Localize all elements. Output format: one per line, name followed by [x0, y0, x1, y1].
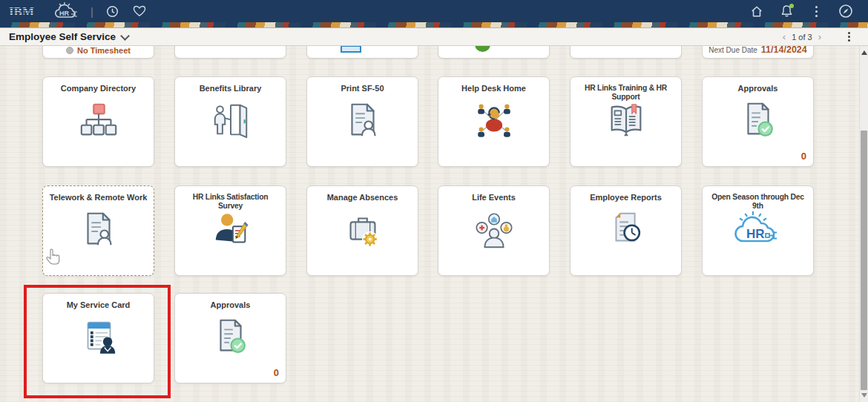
- tile-label: Benefits Library: [175, 77, 286, 93]
- svg-text:IBM: IBM: [9, 4, 34, 18]
- notification-dot: [789, 4, 794, 8]
- svg-text:HR: HR: [59, 10, 69, 17]
- page-indicator: 1 of 3: [792, 33, 812, 42]
- tile-label: Telework & Remote Work: [43, 186, 154, 202]
- open-book-icon: [571, 99, 681, 142]
- mouse-pointer-hand-icon: [46, 248, 60, 268]
- notifications-bell-icon[interactable]: [779, 4, 794, 19]
- navbar-compass-icon[interactable]: [838, 4, 853, 19]
- scrollbar-thumb[interactable]: [861, 131, 867, 390]
- tile-approvals-2[interactable]: Approvals 0: [174, 293, 286, 383]
- clipped-green-icon-fragment: [475, 46, 490, 52]
- report-clock-icon: [571, 208, 681, 251]
- divider: |: [91, 6, 93, 17]
- person-door-icon: [175, 99, 286, 142]
- tile-partial-4[interactable]: [438, 46, 550, 59]
- hr-links-logo: HR: [52, 4, 79, 19]
- tile-life-events[interactable]: Life Events: [438, 185, 550, 276]
- tile-approvals[interactable]: Approvals 0: [702, 76, 814, 167]
- tile-my-service-card[interactable]: My Service Card: [42, 293, 154, 383]
- tile-partial-3[interactable]: [306, 46, 418, 59]
- tile-label: Employee Reports: [571, 186, 681, 202]
- next-due-date-label: Next Due Date: [708, 46, 757, 54]
- tile-manage-absences[interactable]: Manage Absences: [306, 185, 418, 276]
- ibm-logo: IBM: [9, 4, 40, 19]
- header-kebab-icon[interactable]: [848, 36, 850, 38]
- life-events-person-icon: [438, 208, 549, 251]
- tile-benefits-library[interactable]: Benefits Library: [174, 76, 286, 167]
- tile-label: Approvals: [703, 77, 813, 93]
- prev-page-arrow[interactable]: ‹: [783, 32, 786, 42]
- document-person-icon: [307, 99, 418, 142]
- tile-help-desk-home[interactable]: Help Desk Home: [438, 76, 550, 167]
- org-chart-icon: [43, 99, 154, 142]
- vertical-scrollbar[interactable]: [859, 46, 868, 402]
- briefcase-gear-icon: [307, 208, 418, 251]
- tile-company-directory[interactable]: Company Directory: [42, 76, 154, 167]
- actions-kebab-icon[interactable]: [809, 4, 823, 19]
- tile-label: Approvals: [175, 294, 286, 310]
- tile-label: Help Desk Home: [438, 77, 549, 93]
- tile-partial-5[interactable]: [570, 46, 682, 59]
- tile-label: Manage Absences: [307, 186, 418, 202]
- survey-person-pencil-icon: [175, 208, 286, 251]
- tile-hr-links-training[interactable]: HR Links Training & HR Support: [570, 76, 682, 167]
- tile-open-season[interactable]: Open Season through Dec 9th HR: [702, 185, 814, 276]
- help-desk-agent-icon: [438, 99, 549, 142]
- top-navigation-bar: IBM HR |: [0, 0, 868, 22]
- service-card-person-icon: [43, 316, 154, 359]
- approvals-count-badge: 0: [801, 151, 806, 162]
- tile-partial-2[interactable]: [174, 46, 286, 59]
- tile-print-sf50[interactable]: Print SF-50: [306, 76, 418, 167]
- status-circle-icon: [66, 47, 73, 54]
- hr-links-cloud-icon: HR: [703, 208, 813, 250]
- tile-employee-reports[interactable]: Employee Reports: [570, 185, 682, 276]
- tile-label: Life Events: [438, 186, 549, 202]
- tile-telework-remote-work[interactable]: Telework & Remote Work: [42, 185, 154, 276]
- tile-label: My Service Card: [43, 294, 154, 310]
- tile-grid-area: No Timesheet Next Due Date 11/14/2024 Co…: [0, 46, 868, 402]
- tile-label: Open Season through Dec 9th: [703, 186, 813, 211]
- tile-hr-links-satisfaction-survey[interactable]: HR Links Satisfaction Survey: [174, 185, 286, 276]
- timesheet-status: No Timesheet: [77, 46, 131, 55]
- homepage-header: Employee Self Service ‹ 1 of 3 ›: [0, 28, 868, 46]
- favorites-heart-icon[interactable]: [132, 4, 147, 19]
- next-page-arrow[interactable]: ›: [818, 32, 821, 42]
- tile-next-due-date[interactable]: Next Due Date 11/14/2024: [702, 46, 814, 59]
- approvals-count-badge: 0: [274, 367, 279, 378]
- clipped-icon-fragment: [341, 46, 361, 53]
- scroll-down-arrow-icon[interactable]: [860, 390, 868, 401]
- recent-places-clock-icon[interactable]: [105, 4, 120, 19]
- chevron-down-icon[interactable]: [120, 31, 130, 41]
- tile-label: Print SF-50: [307, 77, 418, 93]
- tile-label: Company Directory: [43, 77, 154, 93]
- next-due-date-value: 11/14/2024: [761, 46, 807, 55]
- svg-text:HR: HR: [746, 227, 765, 241]
- tile-label: HR Links Satisfaction Survey: [175, 186, 286, 211]
- tile-label: HR Links Training & HR Support: [571, 77, 681, 102]
- document-check-icon: [175, 316, 286, 359]
- homepage-title[interactable]: Employee Self Service: [9, 31, 116, 42]
- document-check-icon: [703, 99, 813, 142]
- home-icon[interactable]: [749, 4, 764, 19]
- document-person-icon: [43, 208, 154, 251]
- decorative-banner: [0, 22, 868, 28]
- scroll-up-arrow-icon[interactable]: [860, 47, 868, 58]
- tile-report-time-partial[interactable]: No Timesheet: [42, 46, 154, 59]
